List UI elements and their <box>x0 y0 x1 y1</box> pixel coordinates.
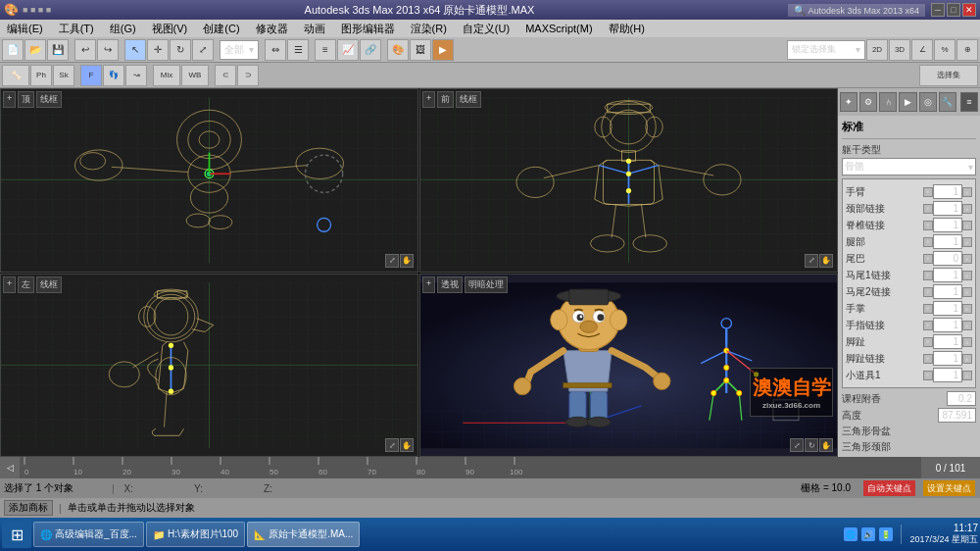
skin-btn[interactable]: Sk <box>53 65 74 86</box>
menu-customize[interactable]: 自定义(U) <box>460 22 513 36</box>
snap-2d[interactable]: 2D <box>866 39 888 61</box>
vp-left-pan[interactable]: ✋ <box>400 438 414 452</box>
vp-left-view[interactable]: 左 <box>18 276 34 293</box>
vp-front-pan[interactable]: ✋ <box>819 254 833 268</box>
copy-posture-btn[interactable]: ⊂ <box>215 65 236 86</box>
rp-icon-utilities[interactable]: 🔧 <box>939 92 956 112</box>
set-key-btn[interactable]: 设置关键点 <box>922 479 976 497</box>
vp-top-wire[interactable]: 线框 <box>36 91 62 108</box>
curve-btn[interactable]: 📈 <box>337 39 359 61</box>
vp-persp-view[interactable]: 透视 <box>437 276 463 293</box>
schematic-btn[interactable]: 🔗 <box>360 39 381 61</box>
tail-dec[interactable]: ▾ <box>923 254 933 264</box>
menu-render[interactable]: 渲染(R) <box>408 22 450 36</box>
menu-tools[interactable]: 工具(T) <box>56 22 97 36</box>
workbench-btn[interactable]: WB <box>181 65 209 86</box>
mirror-btn[interactable]: ⇔ <box>265 39 286 61</box>
spine-dec[interactable]: ▾ <box>923 221 933 230</box>
vp-left-wire[interactable]: 线框 <box>36 276 62 293</box>
angle-snap[interactable]: ∠ <box>911 39 933 61</box>
auto-key-btn[interactable]: 自动关键点 <box>862 479 916 497</box>
palm-dec[interactable]: ▾ <box>923 304 933 314</box>
spinner-snap[interactable]: ⊕ <box>956 39 978 61</box>
tail-inc[interactable]: ▴ <box>962 254 972 264</box>
new-btn[interactable]: 📄 <box>2 39 24 61</box>
add-keyframe-btn[interactable]: 添加商标 <box>4 500 53 516</box>
material-btn[interactable]: 🎨 <box>387 39 409 61</box>
taskbar-item-folder[interactable]: 📁 H:\素材图片\100 <box>146 522 245 547</box>
palm-inc[interactable]: ▴ <box>962 304 972 314</box>
rotate-btn[interactable]: ↻ <box>170 39 191 61</box>
redo-btn[interactable]: ↪ <box>97 39 119 61</box>
menu-animation[interactable]: 动画 <box>301 22 328 36</box>
rp-icon-menu[interactable]: ≡ <box>960 92 978 112</box>
taskbar-item-3dsmax[interactable]: 📐 原始卡通模型.MA... <box>247 522 360 547</box>
toe-dec[interactable]: ▾ <box>923 337 933 347</box>
figure-mode-btn[interactable]: F <box>80 65 102 86</box>
vp-top-zoom[interactable]: ⤢ <box>385 254 399 268</box>
maximize-button[interactable]: □ <box>947 3 960 17</box>
render-btn[interactable]: ▶ <box>432 39 454 61</box>
footstep-btn[interactable]: 👣 <box>103 65 124 86</box>
viewport-perspective[interactable]: + 透视 明暗处理 <box>419 274 838 458</box>
rp-icon-hierarchy[interactable]: ⑃ <box>879 92 897 112</box>
rp-bone-type-dropdown[interactable]: 骨骼 ▾ <box>842 158 976 175</box>
viewport-front[interactable]: + 前 线框 <box>419 88 838 273</box>
menu-help[interactable]: 帮助(H) <box>606 22 648 36</box>
paste-posture-btn[interactable]: ⊃ <box>237 65 259 86</box>
menu-create[interactable]: 创建(C) <box>200 22 242 36</box>
mixer-btn[interactable]: Mix <box>153 65 180 86</box>
tl-inc[interactable]: ▴ <box>962 354 972 364</box>
scale-btn[interactable]: ⤢ <box>192 39 214 61</box>
rp-icon-motion[interactable]: ▶ <box>899 92 916 112</box>
rp-icon-display[interactable]: ◎ <box>919 92 937 112</box>
menu-group[interactable]: 组(G) <box>107 22 139 36</box>
viewport-top[interactable]: + 顶 线框 <box>0 88 418 273</box>
pt2-inc[interactable]: ▴ <box>962 287 972 297</box>
viewport-left[interactable]: + 左 线框 <box>0 274 418 458</box>
menu-edit[interactable]: 编辑(E) <box>4 22 46 36</box>
fl-dec[interactable]: ▾ <box>923 321 933 330</box>
vp-persp-pan[interactable]: ✋ <box>819 438 833 452</box>
save-btn[interactable]: 💾 <box>47 39 69 61</box>
menu-view[interactable]: 视图(V) <box>149 22 191 36</box>
rp-icon-modify[interactable]: ⚙ <box>859 92 877 112</box>
snap-3d[interactable]: 3D <box>889 39 910 61</box>
start-button[interactable]: ⊞ <box>2 521 31 548</box>
vp-left-zoom[interactable]: ⤢ <box>385 438 399 452</box>
vp-front-wire[interactable]: 线框 <box>456 91 481 108</box>
close-button[interactable]: ✕ <box>962 3 976 17</box>
lock-selection[interactable]: 锁定选择集 ▾ <box>787 40 865 60</box>
open-btn[interactable]: 📂 <box>24 39 46 61</box>
vp-top-view[interactable]: 顶 <box>18 91 34 108</box>
selection-filter[interactable]: 全部 ▾ <box>220 40 259 60</box>
search-box[interactable]: 🔍 Autodesk 3ds Max 2013 x64 <box>788 4 925 17</box>
neck-inc[interactable]: ▴ <box>962 204 972 214</box>
menu-modifier[interactable]: 修改器 <box>253 22 291 36</box>
spine-inc[interactable]: ▴ <box>962 221 972 230</box>
minimize-button[interactable]: ─ <box>931 3 945 17</box>
p1-dec[interactable]: ▾ <box>923 371 933 380</box>
arm-dec[interactable]: ▾ <box>923 187 933 197</box>
toe-inc[interactable]: ▴ <box>962 337 972 347</box>
undo-btn[interactable]: ↩ <box>74 39 96 61</box>
arm-inc[interactable]: ▴ <box>962 187 972 197</box>
vp-persp-shade[interactable]: 明暗处理 <box>465 276 508 293</box>
vp-top-pan[interactable]: ✋ <box>400 254 414 268</box>
leg-inc[interactable]: ▴ <box>962 237 972 247</box>
timeline-track[interactable]: 0 10 20 30 40 50 60 70 80 90 1 <box>20 457 921 478</box>
motion-flow-btn[interactable]: ↝ <box>125 65 147 86</box>
menu-maxscript[interactable]: MAXScript(M) <box>522 23 595 34</box>
layer-btn[interactable]: ≡ <box>315 39 336 61</box>
menu-graph-editor[interactable]: 图形编辑器 <box>338 22 398 36</box>
pt1-inc[interactable]: ▴ <box>962 271 972 280</box>
vp-persp-orbit[interactable]: ↻ <box>805 438 818 452</box>
fl-inc[interactable]: ▴ <box>962 321 972 330</box>
move-btn[interactable]: ✛ <box>147 39 169 61</box>
taskbar-item-browser[interactable]: 🌐 高级编辑器_百度... <box>33 522 144 547</box>
vp-front-zoom[interactable]: ⤢ <box>805 254 818 268</box>
align-btn[interactable]: ☰ <box>287 39 309 61</box>
vp-front-view[interactable]: 前 <box>437 91 454 108</box>
select-btn[interactable]: ↖ <box>124 39 146 61</box>
selection-sets-btn[interactable]: 选择集 <box>919 65 978 86</box>
